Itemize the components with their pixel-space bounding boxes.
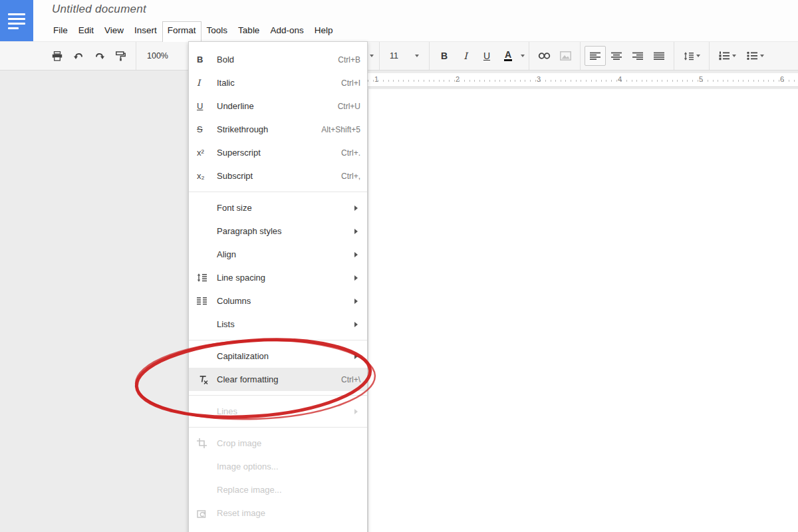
header: Untitled document File Edit View Insert …	[0, 0, 798, 41]
menu-item-paragraph-styles[interactable]: Paragraph styles	[189, 219, 367, 243]
bold-icon: B	[197, 55, 214, 65]
menu-item-strikethrough[interactable]: S Strikethrough Alt+Shift+5	[189, 118, 367, 141]
menu-edit[interactable]: Edit	[73, 21, 99, 41]
text-color-chevron-down-icon[interactable]	[521, 55, 525, 57]
align-left-icon	[589, 52, 601, 61]
italic-icon: I	[197, 78, 214, 88]
line-spacing-icon	[197, 273, 214, 282]
ruler-mark: 5	[699, 75, 703, 83]
insert-link-button[interactable]	[533, 46, 555, 66]
text-color-button[interactable]: A	[497, 46, 519, 66]
line-spacing-button[interactable]	[678, 46, 705, 66]
menu-format[interactable]: Format	[162, 21, 201, 42]
font-size-select[interactable]: 11	[384, 51, 425, 61]
submenu-arrow-icon	[354, 299, 358, 304]
docs-logo-icon[interactable]	[0, 0, 33, 41]
crop-icon	[197, 438, 214, 448]
undo-icon	[73, 52, 84, 61]
insert-image-icon	[560, 51, 571, 61]
menu-item-lists[interactable]: Lists	[189, 313, 367, 336]
ruler-mark: 2	[456, 75, 460, 83]
menu-addons[interactable]: Add-ons	[265, 21, 309, 41]
toolbar: 100% 11 B I U A	[0, 41, 798, 70]
canvas-area	[0, 89, 798, 532]
subscript-icon: x₂	[197, 171, 214, 181]
submenu-arrow-icon	[354, 322, 358, 327]
menu-item-font-size[interactable]: Font size	[189, 196, 367, 219]
numbered-list-icon	[719, 51, 730, 61]
bulleted-list-button[interactable]	[741, 46, 769, 66]
align-justify-button[interactable]	[648, 46, 670, 66]
undo-button[interactable]	[68, 46, 89, 66]
chevron-down-icon	[760, 55, 764, 57]
reset-image-icon	[197, 509, 214, 518]
align-justify-icon	[653, 52, 665, 61]
insert-link-icon	[538, 52, 551, 60]
menu-item-bold[interactable]: B Bold Ctrl+B	[189, 48, 367, 71]
bold-button[interactable]: B	[434, 46, 455, 66]
columns-icon	[197, 297, 214, 305]
align-center-button[interactable]	[606, 46, 627, 66]
submenu-arrow-icon	[354, 205, 358, 211]
menu-item-capitalization[interactable]: Capitalization	[189, 344, 367, 368]
submenu-arrow-icon	[354, 354, 358, 359]
ruler[interactable]: 1 2 3 4 5 6	[368, 73, 798, 87]
chevron-down-icon	[696, 55, 700, 57]
submenu-arrow-icon	[354, 409, 358, 414]
submenu-arrow-icon	[354, 275, 358, 281]
line-spacing-icon	[684, 52, 694, 61]
align-right-button[interactable]	[627, 46, 648, 66]
menu-item-subscript[interactable]: x₂ Subscript Ctrl+,	[189, 164, 367, 188]
redo-button[interactable]	[89, 46, 110, 66]
menu-help[interactable]: Help	[309, 21, 338, 41]
menu-item-line-spacing[interactable]: Line spacing	[189, 266, 367, 289]
menu-item-italic[interactable]: I Italic Ctrl+I	[189, 71, 367, 94]
menu-view[interactable]: View	[99, 21, 129, 41]
menu-item-underline[interactable]: U Underline Ctrl+U	[189, 94, 367, 118]
menu-item-clear-formatting[interactable]: Clear formatting Ctrl+\	[189, 368, 367, 391]
underline-button[interactable]: U	[476, 46, 497, 66]
strikethrough-icon: S	[197, 124, 214, 134]
menu-item-columns[interactable]: Columns	[189, 289, 367, 313]
print-button[interactable]	[47, 46, 68, 66]
align-right-icon	[632, 52, 644, 61]
ruler-mark: 6	[780, 75, 784, 83]
menu-separator	[189, 427, 367, 428]
print-icon	[52, 51, 63, 61]
menu-item-lines: Lines	[189, 400, 367, 423]
menu-insert[interactable]: Insert	[129, 21, 162, 41]
menu-file[interactable]: File	[48, 21, 73, 41]
menu-table[interactable]: Table	[233, 21, 265, 41]
font-size-value: 11	[390, 51, 398, 61]
menu-item-align[interactable]: Align	[189, 243, 367, 266]
document-page[interactable]	[368, 89, 798, 532]
italic-button[interactable]: I	[455, 46, 476, 66]
font-family-chevron-down-icon[interactable]	[370, 55, 374, 57]
chevron-down-icon	[415, 55, 419, 57]
menu-tools[interactable]: Tools	[201, 21, 233, 41]
menubar: File Edit View Insert Format Tools Table…	[48, 21, 338, 41]
ruler-mark: 4	[618, 75, 622, 83]
ruler-ticks	[368, 80, 798, 82]
chevron-down-icon	[732, 55, 736, 57]
align-center-icon	[610, 52, 622, 61]
menu-item-image-options: Image options...	[189, 455, 367, 478]
menu-separator	[189, 395, 367, 396]
align-left-button[interactable]	[585, 46, 606, 66]
menu-item-replace-image: Replace image...	[189, 478, 367, 501]
zoom-select[interactable]: 100%	[140, 51, 175, 61]
underline-icon: U	[197, 101, 214, 111]
ruler-mark: 1	[374, 75, 378, 83]
submenu-arrow-icon	[354, 229, 358, 234]
menu-item-superscript[interactable]: x² Superscript Ctrl+.	[189, 141, 367, 164]
paint-format-button[interactable]	[110, 46, 132, 66]
clear-formatting-icon	[197, 375, 214, 384]
insert-image-button[interactable]	[555, 46, 576, 66]
bulleted-list-icon	[747, 51, 758, 61]
numbered-list-button[interactable]	[714, 46, 741, 66]
menu-separator	[189, 192, 367, 192]
submenu-arrow-icon	[354, 252, 358, 257]
format-dropdown-menu: B Bold Ctrl+B I Italic Ctrl+I U Underlin…	[188, 41, 368, 532]
menu-separator	[189, 340, 367, 340]
document-title[interactable]: Untitled document	[52, 3, 146, 16]
